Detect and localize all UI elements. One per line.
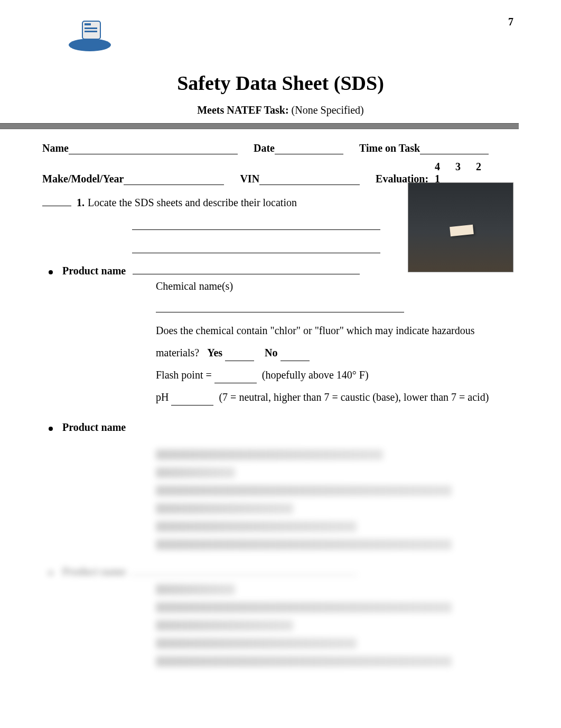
- make-model-year-input-line[interactable]: [124, 176, 224, 185]
- svg-rect-4: [85, 31, 97, 32]
- subtitle: Meets NATEF Task: (None Specified): [42, 104, 519, 116]
- no-input-line[interactable]: [280, 352, 310, 361]
- bullet-icon: [49, 270, 53, 274]
- q1-number: 1.: [77, 197, 85, 209]
- flash-point-label: Flash point =: [156, 369, 212, 381]
- product-name-input-line[interactable]: [133, 265, 360, 274]
- product-name-label-2: Product name: [62, 421, 126, 433]
- subtitle-rest: (None Specified): [289, 104, 364, 116]
- divider-strip: [0, 123, 519, 129]
- product-name-label: Product name: [62, 265, 126, 277]
- svg-rect-2: [85, 23, 91, 25]
- vin-input-line[interactable]: [259, 176, 360, 185]
- name-label: Name: [42, 142, 69, 154]
- vin-label: VIN: [240, 173, 259, 185]
- ph-note: (7 = neutral, higher than 7 = caustic (b…: [219, 391, 489, 403]
- materials-label: materials?: [156, 347, 199, 358]
- logo-icon: [63, 16, 116, 53]
- blurred-content: Product name: [42, 449, 519, 667]
- chemical-names-label: Chemical name(s): [156, 280, 519, 292]
- ph-input-line[interactable]: [171, 396, 213, 406]
- page-title: Safety Data Sheet (SDS): [42, 71, 519, 95]
- time-on-task-label: Time on Task: [359, 142, 420, 154]
- q1-answer-line-2[interactable]: [132, 242, 380, 253]
- yes-input-line[interactable]: [225, 352, 254, 361]
- make-model-year-label: Make/Model/Year: [42, 173, 124, 185]
- yes-label: Yes: [207, 347, 222, 358]
- q1-text: Locate the SDS sheets and describe their…: [88, 197, 297, 209]
- flash-point-input-line[interactable]: [214, 374, 257, 383]
- bullet-icon-blurred: [49, 571, 53, 575]
- ph-label: pH: [156, 391, 169, 403]
- hazard-question-text: Does the chemical contain "chlor" or "fl…: [156, 325, 475, 336]
- chemical-names-input-line[interactable]: [156, 303, 404, 312]
- flash-point-note: (hopefully above 140° F): [262, 369, 369, 381]
- name-input-line[interactable]: [69, 145, 238, 154]
- page-number: 7: [508, 16, 513, 28]
- q1-score-line[interactable]: [42, 197, 71, 206]
- date-label: Date: [254, 142, 275, 154]
- bullet-icon: [49, 427, 53, 431]
- subtitle-bold: Meets NATEF Task:: [197, 104, 288, 116]
- time-on-task-input-line[interactable]: [420, 145, 489, 154]
- date-input-line[interactable]: [275, 145, 343, 154]
- no-label: No: [265, 347, 277, 358]
- evaluation-scale: 4 3 2 1: [435, 161, 503, 185]
- svg-rect-3: [85, 27, 97, 29]
- sds-photo: [408, 182, 513, 272]
- q1-answer-line-1[interactable]: [132, 218, 380, 230]
- svg-point-0: [69, 39, 111, 51]
- product-name-label-3-blurred: Product name: [62, 566, 126, 578]
